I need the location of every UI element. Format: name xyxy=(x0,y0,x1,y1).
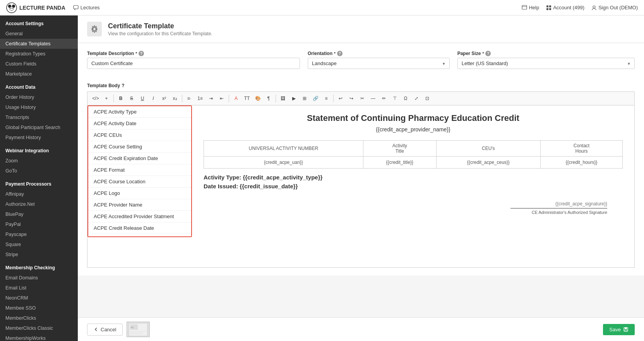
grid-icon xyxy=(546,5,552,10)
cert-table-header-activity: ActivityTitle xyxy=(363,141,436,157)
template-desc-help-icon[interactable]: ? xyxy=(139,51,144,56)
svg-rect-6 xyxy=(74,5,78,9)
sidebar-item-authorize-net[interactable]: Authorize.Net xyxy=(0,199,78,209)
sidebar-item-paypal[interactable]: PayPal xyxy=(0,219,78,229)
cert-signature-area: {{credit_acpe_signature}} CE Administrat… xyxy=(204,201,623,215)
toolbar-video-btn[interactable]: ▶ xyxy=(289,93,299,103)
sidebar-item-general[interactable]: General xyxy=(0,29,78,39)
toolbar-hr-btn[interactable]: — xyxy=(368,93,378,103)
template-desc-input[interactable] xyxy=(87,58,300,69)
toolbar-align-btn[interactable]: ≡ xyxy=(321,93,331,103)
sidebar-item-goto[interactable]: GoTo xyxy=(0,166,78,176)
toolbar-superscript-btn[interactable]: x² xyxy=(159,93,169,103)
svg-rect-12 xyxy=(549,8,551,10)
paper-size-select[interactable]: Letter (US Standard) A4 xyxy=(457,58,635,69)
sidebar-item-certificate-templates[interactable]: Certificate Templates xyxy=(0,39,78,49)
sidebar-item-neoncrm[interactable]: NeonCRM xyxy=(0,293,78,303)
dropdown-item-acpe-ceus[interactable]: ACPE CEUs xyxy=(88,129,191,141)
template-variable-dropdown[interactable]: ACPE Activity Type ACPE Activity Date AC… xyxy=(87,105,192,237)
lectures-nav[interactable]: Lectures xyxy=(73,5,100,10)
toolbar-subscript-btn[interactable]: x₂ xyxy=(170,93,180,103)
sidebar-item-global-participant-search[interactable]: Global Participant Search xyxy=(0,122,78,133)
paper-size-help-icon[interactable]: ? xyxy=(485,51,491,56)
orientation-select[interactable]: Landscape Portrait xyxy=(308,58,450,69)
template-body-help-icon[interactable]: ? xyxy=(122,83,124,88)
dropdown-item-acpe-provider-name[interactable]: ACPE Provider Name xyxy=(88,199,191,211)
toolbar-paragraph-btn[interactable]: ¶ xyxy=(264,93,274,103)
dropdown-item-acpe-format[interactable]: ACPE Format xyxy=(88,164,191,176)
sidebar-item-memberclicks-classic[interactable]: MemberClicks Classic xyxy=(0,323,78,333)
toolbar-special-char-btn[interactable]: Ω xyxy=(401,93,411,103)
sidebar-item-payment-history[interactable]: Payment History xyxy=(0,133,78,143)
chat-icon xyxy=(73,5,79,10)
toolbar-table-btn[interactable]: ⊞ xyxy=(300,93,310,103)
toolbar-code-btn[interactable]: </> xyxy=(91,93,101,103)
sign-out-link[interactable]: Sign Out (DEMO) xyxy=(591,5,638,10)
toolbar-outdent-btn[interactable]: ⇤ xyxy=(217,93,227,103)
toolbar-undo-btn[interactable]: ↩ xyxy=(336,93,346,103)
toolbar-add-btn[interactable]: + xyxy=(101,93,111,103)
toolbar-indent-btn[interactable]: ⇥ xyxy=(206,93,216,103)
sidebar-item-registration-types[interactable]: Registration Types xyxy=(0,49,78,59)
toolbar-unordered-list-btn[interactable]: ≡· xyxy=(184,93,194,103)
sidebar-item-stripe[interactable]: Stripe xyxy=(0,250,78,260)
sidebar-item-transcripts[interactable]: Transcripts xyxy=(0,112,78,122)
dropdown-item-acpe-logo[interactable]: ACPE Logo xyxy=(88,188,191,199)
sidebar-item-custom-fields[interactable]: Custom Fields xyxy=(0,59,78,69)
page-subtitle: View the configuration for this Certific… xyxy=(108,31,212,36)
sidebar-item-membee-sso[interactable]: Membee SSO xyxy=(0,303,78,313)
sidebar-item-affinipay[interactable]: Affinipay xyxy=(0,189,78,199)
toolbar-font-size-btn[interactable]: TT xyxy=(242,93,252,103)
toolbar-image-btn[interactable]: 🖼 xyxy=(278,93,288,103)
account-link[interactable]: Account (499) xyxy=(546,5,584,10)
dropdown-item-acpe-course-setting[interactable]: ACPE Course Setting xyxy=(88,141,191,153)
sidebar-item-square[interactable]: Square xyxy=(0,239,78,250)
save-button[interactable]: Save xyxy=(603,324,635,335)
cert-provider-placeholder: {{credit_acpe_provider_name}} xyxy=(204,126,623,133)
dropdown-item-acpe-credit-expiration-date[interactable]: ACPE Credit Expiration Date xyxy=(88,153,191,164)
toolbar-underline-btn[interactable]: U xyxy=(137,93,147,103)
toolbar-bg-color-btn[interactable]: 🎨 xyxy=(253,93,263,103)
top-nav: LECTURE PANDA Lectures Help Account (499… xyxy=(0,0,644,16)
dropdown-item-acpe-provider-signature[interactable]: ACPE Provider Signature xyxy=(88,234,191,237)
cancel-button[interactable]: Cancel xyxy=(87,324,123,336)
sidebar-item-membershipworks[interactable]: MembershipWorks xyxy=(0,333,78,341)
dropdown-item-acpe-credit-release-date[interactable]: ACPE Credit Release Date xyxy=(88,222,191,234)
sidebar-item-zoom[interactable]: Zoom xyxy=(0,156,78,166)
dropdown-item-acpe-course-location[interactable]: ACPE Course Location xyxy=(88,176,191,188)
sidebar-item-usage-history[interactable]: Usage History xyxy=(0,102,78,112)
toolbar-italic-btn[interactable]: I xyxy=(148,93,158,103)
sidebar-item-payscape[interactable]: Payscape xyxy=(0,229,78,239)
toolbar-pen-btn[interactable]: ✏ xyxy=(379,93,389,103)
toolbar-grid-btn[interactable]: ⊡ xyxy=(422,93,432,103)
toolbar-redo-btn[interactable]: ↪ xyxy=(346,93,356,103)
toolbar-fullscreen-btn[interactable]: ⤢ xyxy=(411,93,421,103)
toolbar-font-color-btn[interactable]: A xyxy=(231,93,241,103)
template-body-section: Template Body ? </> + B S U I x² x₂ ≡· 1… xyxy=(78,83,644,276)
toolbar-bold-btn[interactable]: B xyxy=(116,93,126,103)
settings-gear-icon xyxy=(90,25,99,33)
svg-rect-11 xyxy=(546,8,548,10)
toolbar-cut-btn[interactable]: ✂ xyxy=(357,93,367,103)
sidebar-item-email-domains[interactable]: Email Domains xyxy=(0,273,78,283)
page-header-icon xyxy=(87,22,102,36)
help-link[interactable]: Help xyxy=(522,5,539,10)
dropdown-item-acpe-accredited-provider-statment[interactable]: ACPE Accredited Provider Statment xyxy=(88,211,191,222)
toolbar-link-btn[interactable]: 🔗 xyxy=(310,93,320,103)
orientation-help-icon[interactable]: ? xyxy=(337,51,343,56)
sidebar-item-bluepay[interactable]: BluePay xyxy=(0,209,78,219)
toolbar-format-btn[interactable]: ⊤ xyxy=(390,93,400,103)
logo: LECTURE PANDA xyxy=(6,2,65,13)
toolbar-ordered-list-btn[interactable]: 1≡ xyxy=(195,93,205,103)
toolbar-sep-1 xyxy=(113,95,114,102)
dropdown-item-acpe-activity-date[interactable]: ACPE Activity Date xyxy=(88,118,191,129)
bottom-bar: Cancel AC Save xyxy=(78,317,644,341)
toolbar-strikethrough-btn[interactable]: S xyxy=(127,93,137,103)
sidebar-item-email-list[interactable]: Email List xyxy=(0,283,78,293)
dropdown-item-acpe-activity-type[interactable]: ACPE Activity Type xyxy=(88,106,191,118)
sidebar-item-marketplace[interactable]: Marketplace xyxy=(0,69,78,79)
editor-content[interactable]: ACPE Activity Type ACPE Activity Date AC… xyxy=(87,105,635,268)
sidebar-section-title-payment: Payment Processors xyxy=(0,176,78,189)
sidebar-item-memberclicks[interactable]: MemberClicks xyxy=(0,313,78,323)
sidebar-item-order-history[interactable]: Order History xyxy=(0,92,78,102)
